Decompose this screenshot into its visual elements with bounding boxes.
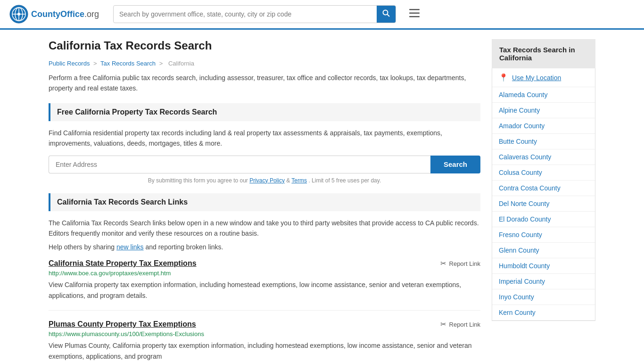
main-container: California Tax Records Search Public Rec… xyxy=(39,30,605,362)
sidebar-county-item-0: Alameda County xyxy=(492,87,595,103)
breadcrumb-separator-2: > xyxy=(159,60,163,67)
use-my-location-link[interactable]: Use My Location xyxy=(512,74,561,82)
sidebar-county-item-10: Glenn County xyxy=(492,243,595,258)
breadcrumb-link-tax-records[interactable]: Tax Records Search xyxy=(100,60,156,67)
sharing-suffix: and reporting broken links. xyxy=(145,243,223,251)
sidebar-county-item-7: Del Norte County xyxy=(492,196,595,212)
report-link-button-0[interactable]: ✂ Report Link xyxy=(440,259,480,268)
sidebar-county-item-2: Amador County xyxy=(492,118,595,134)
search-icon xyxy=(382,9,390,17)
page-description: Perform a free California public tax rec… xyxy=(49,73,480,94)
sharing-prefix: Help others by sharing xyxy=(49,243,115,251)
logo-icon xyxy=(9,5,28,24)
property-search-description: Find California residential property tax… xyxy=(49,128,480,149)
svg-rect-9 xyxy=(409,13,420,14)
link-item-1: Plumas County Property Tax Exemptions ✂ … xyxy=(49,320,480,362)
breadcrumb-separator-1: > xyxy=(93,60,97,67)
form-disclaimer: By submitting this form you agree to our… xyxy=(49,177,480,184)
link-item-title-0[interactable]: California State Property Tax Exemptions xyxy=(49,259,197,268)
svg-rect-8 xyxy=(409,9,420,10)
links-section: California Tax Records Search Links The … xyxy=(49,193,480,362)
property-search-section: Free California Property Tax Records Sea… xyxy=(49,103,480,184)
content-area: California Tax Records Search Public Rec… xyxy=(49,39,480,362)
link-item-title-1[interactable]: Plumas County Property Tax Exemptions xyxy=(49,320,196,329)
sidebar-county-link-12[interactable]: Imperial County xyxy=(492,274,595,289)
links-intro-text: The California Tax Records Search links … xyxy=(49,218,480,239)
sidebar-county-link-4[interactable]: Calaveras County xyxy=(492,149,595,165)
site-header: CountyOffice.org xyxy=(0,0,644,30)
links-sharing-text: Help others by sharing new links and rep… xyxy=(49,243,480,251)
logo-wordmark: CountyOffice.org xyxy=(31,9,99,19)
free-search-heading: Free California Property Tax Records Sea… xyxy=(49,103,480,121)
sidebar-county-link-13[interactable]: Inyo County xyxy=(492,289,595,304)
sidebar-county-link-11[interactable]: Humboldt County xyxy=(492,258,595,273)
global-search-button[interactable] xyxy=(377,6,396,23)
sidebar-county-link-9[interactable]: Fresno County xyxy=(492,227,595,242)
sidebar-county-item-3: Butte County xyxy=(492,134,595,149)
svg-point-6 xyxy=(383,10,388,15)
links-heading: California Tax Records Search Links xyxy=(49,193,480,211)
link-url-1[interactable]: https://www.plumascounty.us/100/Exemptio… xyxy=(49,330,480,337)
county-list: Alameda CountyAlpine CountyAmador County… xyxy=(492,87,595,321)
sidebar-county-item-12: Imperial County xyxy=(492,274,595,289)
breadcrumb-current: California xyxy=(168,60,194,67)
sidebar-county-item-4: Calaveras County xyxy=(492,149,595,165)
use-location-row[interactable]: 📍 Use My Location xyxy=(492,68,595,87)
sidebar-county-link-0[interactable]: Alameda County xyxy=(492,87,595,102)
sidebar-county-item-13: Inyo County xyxy=(492,289,595,305)
svg-line-7 xyxy=(388,15,390,17)
logo-area: CountyOffice.org xyxy=(9,5,104,24)
address-search-button[interactable]: Search xyxy=(430,156,480,173)
sidebar-county-item-14: Kern County xyxy=(492,305,595,321)
sidebar-county-link-10[interactable]: Glenn County xyxy=(492,243,595,258)
sidebar-county-link-7[interactable]: Del Norte County xyxy=(492,196,595,211)
sidebar-county-link-14[interactable]: Kern County xyxy=(492,305,595,320)
sidebar-county-link-2[interactable]: Amador County xyxy=(492,118,595,133)
sidebar-county-link-3[interactable]: Butte County xyxy=(492,134,595,149)
terms-link[interactable]: Terms xyxy=(291,177,307,184)
link-item-0: California State Property Tax Exemptions… xyxy=(49,259,480,311)
sidebar-county-link-6[interactable]: Contra Costa County xyxy=(492,181,595,196)
sidebar-content: 📍 Use My Location Alameda CountyAlpine C… xyxy=(492,68,595,321)
svg-rect-10 xyxy=(409,16,420,17)
report-link-icon-1: ✂ xyxy=(440,320,446,329)
disclaimer-text: By submitting this form you agree to our xyxy=(148,177,248,184)
breadcrumb: Public Records > Tax Records Search > Ca… xyxy=(49,60,480,67)
global-search-input[interactable] xyxy=(114,7,377,22)
sidebar-heading: Tax Records Search in California xyxy=(492,39,595,68)
hamburger-icon xyxy=(409,9,420,17)
privacy-policy-link[interactable]: Privacy Policy xyxy=(249,177,285,184)
global-search-bar xyxy=(113,5,396,23)
hamburger-menu-button[interactable] xyxy=(405,6,423,22)
new-links-link[interactable]: new links xyxy=(116,243,144,251)
sidebar-county-item-11: Humboldt County xyxy=(492,258,595,274)
sidebar-county-item-8: El Dorado County xyxy=(492,212,595,227)
sidebar-county-link-1[interactable]: Alpine County xyxy=(492,103,595,118)
sidebar: Tax Records Search in California 📍 Use M… xyxy=(492,39,595,362)
link-item-header-0: California State Property Tax Exemptions… xyxy=(49,259,480,268)
sidebar-county-link-5[interactable]: Colusa County xyxy=(492,165,595,180)
address-input[interactable] xyxy=(49,156,430,173)
breadcrumb-link-public-records[interactable]: Public Records xyxy=(49,60,90,67)
link-url-0[interactable]: http://www.boe.ca.gov/proptaxes/exempt.h… xyxy=(49,270,480,277)
report-link-label-1: Report Link xyxy=(449,321,480,328)
disclaimer-ampersand: & xyxy=(286,177,291,184)
sidebar-county-item-9: Fresno County xyxy=(492,227,595,243)
link-desc-1: View Plumas County, California property … xyxy=(49,340,480,362)
sidebar-county-link-8[interactable]: El Dorado County xyxy=(492,212,595,227)
report-link-icon-0: ✂ xyxy=(440,259,446,268)
report-link-button-1[interactable]: ✂ Report Link xyxy=(440,320,480,329)
svg-point-5 xyxy=(17,13,20,16)
address-search-form: Search xyxy=(49,156,480,173)
disclaimer-suffix: . Limit of 5 free uses per day. xyxy=(308,177,381,184)
report-link-label-0: Report Link xyxy=(449,260,480,267)
page-title: California Tax Records Search xyxy=(49,39,480,52)
link-item-header-1: Plumas County Property Tax Exemptions ✂ … xyxy=(49,320,480,329)
link-desc-0: View California property tax exemption i… xyxy=(49,280,480,301)
location-icon: 📍 xyxy=(499,73,508,82)
sidebar-county-item-5: Colusa County xyxy=(492,165,595,181)
sidebar-county-item-6: Contra Costa County xyxy=(492,181,595,196)
sidebar-county-item-1: Alpine County xyxy=(492,103,595,118)
